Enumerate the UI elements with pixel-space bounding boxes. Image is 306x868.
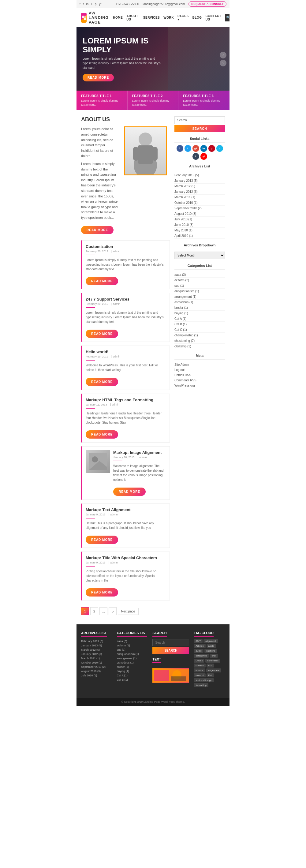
archive-item[interactable]: July 2010 (1) xyxy=(175,217,225,222)
logo[interactable]: VW LANDING PAGE xyxy=(81,11,113,25)
archive-item[interactable]: October 2010 (1) xyxy=(175,200,225,206)
header-search-button[interactable]: 🔍 xyxy=(225,14,230,22)
about-read-more-button[interactable]: READ MORE xyxy=(81,226,114,234)
social-youtube-icon[interactable]: yt xyxy=(201,153,207,160)
meta-entries-rss[interactable]: Entries RSS xyxy=(175,372,225,378)
nav-pages[interactable]: PAGES ▾ xyxy=(178,14,189,21)
tag-captions[interactable]: captions xyxy=(205,649,217,653)
footer-archive-item[interactable]: September 2010 (2) xyxy=(81,665,112,669)
social-linkedin-link[interactable]: li xyxy=(91,2,92,6)
tag-css[interactable]: css xyxy=(207,663,214,668)
footer-archive-item[interactable]: July 2010 (1) xyxy=(81,673,112,678)
nav-services[interactable]: SERVICES xyxy=(143,16,160,19)
social-facebook-link[interactable]: f xyxy=(80,2,81,6)
post-7-read-more-button[interactable]: READ MORE xyxy=(86,588,118,596)
social-linkedin-icon[interactable]: in xyxy=(201,145,207,152)
meta-wordpress[interactable]: WordPress.org xyxy=(175,383,225,388)
tag-fail[interactable]: Fail xyxy=(207,673,214,677)
social-facebook-icon[interactable]: f xyxy=(177,145,183,152)
sidebar-search-button[interactable]: SEARCH xyxy=(175,125,225,132)
tag-categories[interactable]: categories xyxy=(194,654,209,658)
post-4-read-more-button[interactable]: READ MORE xyxy=(86,430,118,439)
post-6-read-more-button[interactable]: READ MORE xyxy=(86,536,118,544)
footer-category-item[interactable]: sub (1) xyxy=(117,648,148,652)
sidebar-search-input[interactable] xyxy=(175,116,225,124)
category-item[interactable]: sub (1) xyxy=(175,283,225,289)
category-item[interactable]: arrangement (1) xyxy=(175,294,225,300)
post-2-read-more-button[interactable]: READ MORE xyxy=(86,330,118,338)
social-instagram-link[interactable]: in xyxy=(86,2,89,6)
tag-edge-case[interactable]: edge case xyxy=(206,669,221,673)
category-item[interactable]: broder (1) xyxy=(175,305,225,311)
social-youtube-link[interactable]: yt xyxy=(99,2,101,6)
nav-work[interactable]: WORK xyxy=(163,16,174,19)
footer-archive-item[interactable]: February 2019 (5) xyxy=(81,639,112,643)
post-1-read-more-button[interactable]: READ MORE xyxy=(86,277,118,285)
category-item[interactable]: aciform (2) xyxy=(175,278,225,283)
archives-dropdown-select[interactable]: Select Month xyxy=(175,252,225,259)
tag-aside[interactable]: aside xyxy=(207,644,216,648)
category-item[interactable]: Cat B (1) xyxy=(175,322,225,327)
social-pinterest-icon[interactable]: p xyxy=(208,145,215,152)
archive-item[interactable]: April 2010 (1) xyxy=(175,233,225,239)
category-item[interactable]: Cat C (1) xyxy=(175,327,225,333)
meta-site-admin[interactable]: Site Admin xyxy=(175,362,225,367)
nav-blog[interactable]: BLOG xyxy=(192,16,202,19)
hero-next-button[interactable]: › xyxy=(220,60,226,66)
archive-item[interactable]: January 2013 (5) xyxy=(175,178,225,184)
category-item[interactable]: buying (1) xyxy=(175,311,225,316)
nav-contact[interactable]: CONTACT US xyxy=(206,14,222,21)
category-item[interactable]: chasteming (7) xyxy=(175,338,225,344)
footer-category-item[interactable]: antiquarianism (1) xyxy=(117,652,148,656)
footer-archive-item[interactable]: October 2010 (1) xyxy=(81,660,112,665)
archive-item[interactable]: March 2011 (1) xyxy=(175,195,225,200)
social-twitter-link[interactable]: t xyxy=(83,2,84,6)
nav-home[interactable]: HOME xyxy=(113,16,123,19)
footer-archive-item[interactable]: August 2010 (3) xyxy=(81,669,112,673)
footer-category-item[interactable]: broder (1) xyxy=(117,665,148,669)
footer-category-item[interactable]: aaaa (3) xyxy=(117,639,148,643)
footer-category-item[interactable]: Cat B (1) xyxy=(117,678,148,682)
tag-dowork[interactable]: dowork xyxy=(194,669,205,673)
tag-formatting[interactable]: formatting xyxy=(194,683,208,687)
tag-audio[interactable]: audio xyxy=(194,649,204,653)
meta-comments-rss[interactable]: Comments RSS xyxy=(175,378,225,383)
category-item[interactable]: asmodeus (1) xyxy=(175,300,225,305)
archive-item[interactable]: June 2010 (3) xyxy=(175,222,225,228)
page-1-button[interactable]: 1 xyxy=(81,607,89,615)
category-item[interactable]: championship (1) xyxy=(175,333,225,338)
tag-excerpt[interactable]: excerpt xyxy=(194,673,205,677)
category-item[interactable]: clerkship (1) xyxy=(175,344,225,349)
archive-item[interactable]: September 2010 (2) xyxy=(175,206,225,211)
social-tumblr-icon[interactable]: t xyxy=(192,153,199,160)
request-consult-button[interactable]: REQUEST A CONSULT xyxy=(188,1,226,7)
archive-item[interactable]: March 2012 (5) xyxy=(175,184,225,189)
tag-codex[interactable]: Codex xyxy=(194,659,205,663)
tag-featured-image[interactable]: featured image xyxy=(194,678,214,682)
social-pinterest-link[interactable]: p xyxy=(95,2,97,6)
footer-category-item[interactable]: asmodeus (1) xyxy=(117,660,148,665)
hero-prev-button[interactable]: ‹ xyxy=(220,52,226,58)
category-item[interactable]: antiquarianism (1) xyxy=(175,289,225,294)
tag-8bit[interactable]: 8BIT xyxy=(194,639,203,643)
page-ellipsis-button[interactable]: … xyxy=(99,607,108,615)
category-item[interactable]: aaaa (3) xyxy=(175,272,225,278)
page-2-button[interactable]: 2 xyxy=(90,607,98,615)
post-3-read-more-button[interactable]: READ MORE xyxy=(86,378,118,386)
footer-category-item[interactable]: aciform (2) xyxy=(117,643,148,648)
footer-archive-item[interactable]: March 2012 (5) xyxy=(81,648,112,652)
post-5-read-more-button[interactable]: READ MORE xyxy=(113,488,146,496)
tag-chat[interactable]: chat xyxy=(210,654,218,658)
archive-item[interactable]: February 2019 (5) xyxy=(175,173,225,178)
tag-comments[interactable]: comments xyxy=(205,659,220,663)
next-page-button[interactable]: Next page xyxy=(118,608,139,615)
archive-item[interactable]: August 2010 (3) xyxy=(175,211,225,217)
footer-archive-item[interactable]: January 2013 (5) xyxy=(81,643,112,648)
tag-alignment[interactable]: alignment xyxy=(204,639,218,643)
category-item[interactable]: Cat A (1) xyxy=(175,316,225,322)
archive-item[interactable]: January 2012 (6) xyxy=(175,189,225,195)
hero-read-more-button[interactable]: READ MORE xyxy=(83,74,114,82)
social-vimeo-icon[interactable]: v xyxy=(216,145,223,152)
footer-search-button[interactable]: SEARCH xyxy=(152,647,189,654)
social-twitter-icon[interactable]: t xyxy=(185,145,191,152)
